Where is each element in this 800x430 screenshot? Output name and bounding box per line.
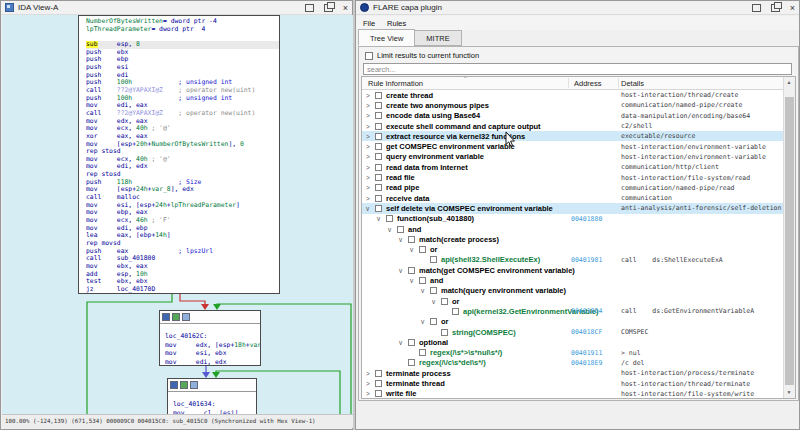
vertical-scrollbar[interactable]: ▲ ▼: [783, 77, 795, 398]
rule-row[interactable]: >execute shell command and capture outpu…: [362, 121, 786, 131]
rule-checkbox[interactable]: [430, 287, 437, 294]
expander-icon[interactable]: >: [366, 143, 375, 150]
scroll-up-icon[interactable]: ▲: [784, 77, 794, 88]
rule-checkbox[interactable]: [441, 329, 448, 336]
rule-row[interactable]: string(COMSPEC)004018CFCOMSPEC: [362, 327, 786, 337]
float-window-icon[interactable]: [324, 4, 333, 12]
column-address[interactable]: Address: [574, 79, 602, 88]
rule-row[interactable]: api(kernel32.GetEnvironmentVariable)0040…: [362, 306, 786, 316]
column-rule-information[interactable]: Rule Information: [368, 79, 423, 88]
rule-checkbox[interactable]: [375, 380, 382, 387]
rule-checkbox[interactable]: [375, 390, 382, 397]
rule-row[interactable]: vor: [362, 296, 786, 306]
rule-row[interactable]: vself delete via COMSPEC environment var…: [362, 203, 786, 213]
rule-checkbox[interactable]: [430, 318, 437, 325]
expander-icon[interactable]: >: [366, 184, 375, 191]
rule-row[interactable]: >receive datacommunication: [362, 193, 786, 203]
expander-icon[interactable]: >: [366, 164, 375, 171]
rule-checkbox[interactable]: [430, 256, 437, 263]
expander-icon[interactable]: >: [366, 153, 375, 160]
expander-icon[interactable]: v: [421, 318, 430, 325]
rule-row[interactable]: vor: [362, 317, 786, 327]
rule-row[interactable]: >read pipecommunication/named-pipe/read: [362, 183, 786, 193]
expander-icon[interactable]: >: [366, 112, 375, 119]
expander-icon[interactable]: >: [366, 133, 375, 140]
expander-icon[interactable]: >: [366, 102, 375, 109]
rule-row[interactable]: vfunction(sub_401880)00401880: [362, 214, 786, 224]
rule-checkbox[interactable]: [375, 92, 382, 99]
rule-checkbox[interactable]: [375, 123, 382, 130]
rule-row[interactable]: >write filehost-interaction/file-system/…: [362, 389, 786, 399]
tree-header[interactable]: Rule Information ^ Address Details: [362, 77, 795, 90]
rule-checkbox[interactable]: [452, 308, 459, 315]
rule-row[interactable]: regex(/\/c\s*del\s*/)004018E9/c del: [362, 358, 786, 368]
rule-checkbox[interactable]: [408, 339, 415, 346]
rule-checkbox[interactable]: [375, 102, 382, 109]
rule-checkbox[interactable]: [375, 133, 382, 140]
column-details[interactable]: Details: [621, 79, 644, 88]
rule-checkbox[interactable]: [419, 277, 426, 284]
capa-titlebar[interactable]: FLARE capa plugin ×: [356, 1, 799, 15]
rule-checkbox[interactable]: [375, 370, 382, 377]
expander-icon[interactable]: >: [366, 195, 375, 202]
expander-icon[interactable]: v: [399, 236, 408, 243]
rule-row[interactable]: >create threadhost-interaction/thread/cr…: [362, 90, 786, 100]
expander-icon[interactable]: >: [366, 380, 375, 387]
rule-checkbox[interactable]: [408, 359, 415, 366]
block-header-icon[interactable]: [172, 313, 180, 321]
rule-checkbox[interactable]: [375, 174, 382, 181]
expander-icon[interactable]: >: [366, 370, 375, 377]
expander-icon[interactable]: v: [421, 287, 430, 294]
close-icon[interactable]: ×: [790, 5, 795, 11]
rule-row[interactable]: >create two anonymous pipescommunication…: [362, 100, 786, 110]
block-header-icon[interactable]: [182, 313, 190, 321]
menu-file[interactable]: File: [363, 19, 375, 28]
rule-row[interactable]: voptional: [362, 337, 786, 347]
expander-icon[interactable]: >: [366, 390, 375, 397]
expander-icon[interactable]: v: [388, 226, 397, 233]
rule-row[interactable]: vmatch(create process): [362, 234, 786, 244]
basic-block[interactable]: loc_40162C:mov edx, [esp+18h+var_8]mov e…: [159, 310, 261, 366]
rule-row[interactable]: api(shell32.ShellExecuteEx)00401981call …: [362, 255, 786, 265]
rule-checkbox[interactable]: [408, 236, 415, 243]
expander-icon[interactable]: v: [366, 205, 375, 212]
scroll-down-icon[interactable]: ▼: [784, 387, 794, 398]
expander-icon[interactable]: >: [366, 174, 375, 181]
rule-checkbox[interactable]: [375, 184, 382, 191]
expander-icon[interactable]: v: [377, 215, 386, 222]
rule-checkbox[interactable]: [441, 298, 448, 305]
expander-icon[interactable]: v: [410, 246, 419, 253]
rule-row[interactable]: >read filehost-interaction/file-system/r…: [362, 172, 786, 182]
expander-icon[interactable]: v: [432, 298, 441, 305]
expander-icon[interactable]: >: [366, 92, 375, 99]
rule-checkbox[interactable]: [419, 246, 426, 253]
rule-checkbox[interactable]: [375, 112, 382, 119]
expander-icon[interactable]: v: [399, 339, 408, 346]
rule-checkbox[interactable]: [397, 226, 404, 233]
rule-row[interactable]: vmatch(get COMSPEC environment variable): [362, 265, 786, 275]
search-input[interactable]: [363, 63, 792, 75]
rule-row[interactable]: >terminate processhost-interaction/proce…: [362, 368, 786, 378]
rule-row[interactable]: vor: [362, 245, 786, 255]
rule-row[interactable]: >extract resource via kernel32 functions…: [362, 131, 786, 141]
rule-row[interactable]: vand: [362, 224, 786, 234]
block-header-icon[interactable]: [170, 381, 178, 389]
tab-mitre[interactable]: MITRE: [414, 30, 461, 46]
expander-icon[interactable]: v: [410, 277, 419, 284]
close-icon[interactable]: ×: [343, 5, 348, 11]
rule-checkbox[interactable]: [375, 195, 382, 202]
scrollbar-thumb[interactable]: [785, 97, 794, 385]
limit-results-checkbox[interactable]: [365, 52, 373, 60]
rule-row[interactable]: >read data from Internetcommunication/ht…: [362, 162, 786, 172]
float-window-icon[interactable]: [771, 4, 780, 12]
rule-checkbox[interactable]: [419, 349, 426, 356]
expander-icon[interactable]: v: [399, 267, 408, 274]
rule-row[interactable]: >terminate threadhost-interaction/thread…: [362, 378, 786, 388]
menu-rules[interactable]: Rules: [387, 19, 406, 28]
basic-block[interactable]: NumberOfBytesWritten= dword ptr -4lpThre…: [78, 15, 280, 294]
rule-checkbox[interactable]: [375, 143, 382, 150]
tab-tree-view[interactable]: Tree View: [358, 29, 415, 46]
rule-checkbox[interactable]: [375, 164, 382, 171]
block-header-icon[interactable]: [180, 381, 188, 389]
block-header-icon[interactable]: [190, 381, 198, 389]
